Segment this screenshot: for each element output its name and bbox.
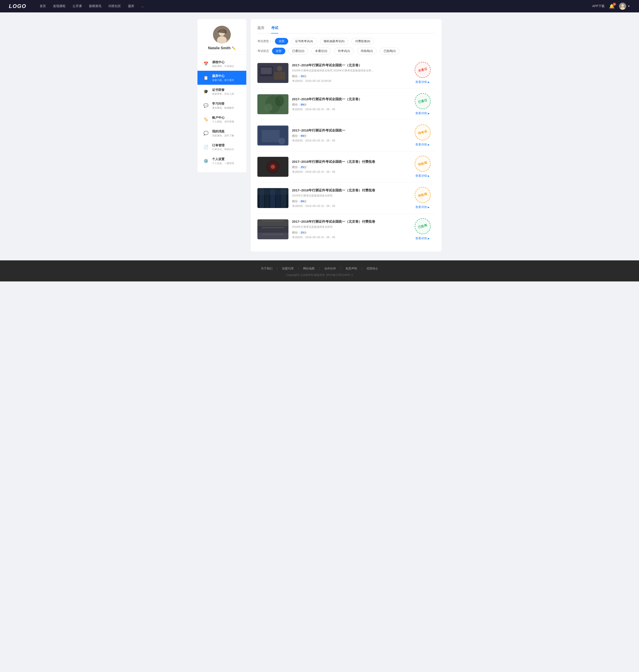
exam-detail-link-2[interactable]: 查看详情 ► [415, 111, 430, 115]
tab-question-bank[interactable]: 题库 [258, 26, 264, 33]
type-filter-row: 考试类型： 全部 证书类考试(4) 随机抽题考试(5) 付费批卷(6) [258, 38, 435, 45]
svg-rect-37 [262, 234, 284, 235]
status-filter-reviewed[interactable]: 已批阅(2) [380, 48, 400, 54]
exam-time-5: 考试时间：2019–05–03 10：09：09 [292, 204, 407, 208]
svg-rect-8 [261, 67, 272, 74]
exam-detail-link-6[interactable]: 查看详情 ► [415, 236, 430, 240]
exam-score-3: 得分：99分 [292, 134, 407, 138]
user-avatar-btn[interactable]: ▼ [619, 3, 630, 10]
footer: 关于我们 | 加盟代理 | 网站地图 | 合作伙伴 | 免责声明 | 招贤纳士 … [0, 260, 639, 282]
exam-item: 2017–2018年行测证件考试全国统一（北京卷）付费批卷 2018年行测考试是… [258, 214, 435, 245]
sidebar-menu: 📅 课程中心 精彩课程，不容错过 📋 题库中心 海量习题，助力通关 🎓 证书荣誉… [198, 57, 246, 168]
nav-home[interactable]: 首页 [40, 4, 46, 8]
type-filter-label: 考试类型： [258, 39, 272, 43]
main-container: 🏅 Natalie Smith ✏️ 📅 课程中心 精彩课程，不容错过 📋 题库… [198, 19, 441, 252]
status-filter-passed[interactable]: 已通过(2) [289, 48, 308, 54]
sidebar-item-settings[interactable]: ⚙️ 个人设置 个人信息、一键管理 [198, 154, 246, 168]
nav-courses[interactable]: 发现课程 [53, 4, 65, 8]
footer-link-disclaimer[interactable]: 免责声明 [345, 267, 357, 271]
exam-detail-link-4[interactable]: 查看详情 ► [415, 174, 430, 178]
sidebar-item-qa[interactable]: 💬 学习问答 课后重温、疑难解答 [198, 98, 246, 112]
status-filter-failed[interactable]: 未通过(2) [311, 48, 331, 54]
svg-point-13 [275, 95, 284, 107]
type-filter-all[interactable]: 全部 [275, 38, 288, 45]
exam-desc-1: 2018年行测考试是最值得多去研究 2018年行测考试是最值得多去研究 2018… [292, 69, 376, 73]
exam-item: 2017–2018年行测证件考试全国统一（北京卷）付费批卷 得分：25分 考试时… [258, 151, 435, 182]
svg-point-23 [272, 166, 274, 168]
app-download[interactable]: APP下载 [592, 4, 605, 8]
footer-link-sitemap[interactable]: 网站地图 [303, 267, 315, 271]
profile-edit-icon[interactable]: ✏️ [232, 46, 236, 50]
exam-detail-link-3[interactable]: 查看详情 ► [415, 143, 430, 147]
settings-sub: 个人信息、一键管理 [212, 162, 234, 165]
bell-icon[interactable]: 🔔 1 [609, 3, 614, 9]
nav-news[interactable]: 新闻资讯 [89, 4, 102, 8]
footer-link-about[interactable]: 关于我们 [261, 267, 272, 271]
exam-thumbnail-4 [258, 157, 289, 177]
qa-sub: 课后重温、疑难解答 [212, 106, 234, 109]
exam-thumbnail-1 [258, 63, 289, 83]
sidebar: 🏅 Natalie Smith ✏️ 📅 课程中心 精彩课程，不容错过 📋 题库… [198, 19, 246, 172]
sidebar-item-certificate[interactable]: 🎓 证书荣誉 收获荣誉，持证上岗 [198, 85, 246, 98]
status-filter-pending[interactable]: 待考试(2) [334, 48, 354, 54]
status-filter-all[interactable]: 全部 [272, 48, 285, 54]
exam-info-2: 2017–2018年行测证件考试全国统一（北京卷） 得分：99分 考试时间：20… [292, 97, 407, 111]
type-filter-random[interactable]: 随机抽题考试(5) [320, 38, 348, 45]
sidebar-profile: 🏅 Natalie Smith ✏️ [198, 26, 246, 55]
sidebar-item-orders[interactable]: 📄 订单管理 订单支出、明明白白 [198, 140, 246, 154]
bell-badge: 1 [613, 3, 616, 6]
exam-title-6: 2017–2018年行测证件考试全国统一（北京卷）付费批卷 [292, 220, 407, 224]
exam-info-5: 2017–2018年行测证件考试全国统一（北京卷）付费批卷 2018年行测考试是… [292, 188, 407, 208]
nav-open-courses[interactable]: 公开课 [73, 4, 82, 8]
exam-detail-link-5[interactable]: 查看详情 ► [415, 205, 430, 209]
exam-detail-link-1[interactable]: 查看详情 ► [415, 80, 430, 84]
exam-title-5: 2017–2018年行测证件考试全国统一（北京卷）付费批卷 [292, 188, 407, 192]
type-filter-paid[interactable]: 付费批卷(6) [352, 38, 374, 45]
sidebar-item-questionbank[interactable]: 📋 题库中心 海量习题，助力通关 [198, 71, 246, 84]
navbar-right: APP下载 🔔 1 ▼ [592, 3, 630, 10]
exam-title-1: 2017–2018年行测证件考试全国统一（北京卷） [292, 63, 407, 67]
exam-right-3: 待考试 查看详情 ► [410, 124, 435, 147]
tab-exam[interactable]: 考试 [271, 26, 278, 33]
exam-score-2: 得分：99分 [292, 103, 407, 107]
profile-name-row: Natalie Smith ✏️ [208, 46, 236, 50]
exam-desc-5: 2018年行测考试是最值得多去研究 [292, 194, 376, 197]
messages-title: 我的消息 [212, 129, 234, 133]
exam-thumbnail-3 [258, 126, 289, 145]
exam-time-1: 考试时间：2019–05–03 10:09:09 [292, 79, 407, 83]
orders-icon: 📄 [203, 144, 209, 150]
footer-link-jobs[interactable]: 招贤纳士 [367, 267, 378, 271]
content-area: 题库 考试 考试类型： 全部 证书类考试(4) 随机抽题考试(5) 付费批卷(6… [251, 19, 441, 252]
content-tabs: 题库 考试 [258, 26, 435, 33]
nav-more[interactable]: ... [141, 4, 144, 8]
exam-right-5: 待批阅 查看详情 ► [410, 187, 435, 209]
exam-right-4: 待批阅 查看详情 ► [410, 156, 435, 178]
footer-link-agent[interactable]: 加盟代理 [282, 267, 294, 271]
sidebar-item-messages[interactable]: 💭 我的消息 消息通知、及时了解 [198, 126, 246, 140]
sidebar-item-course[interactable]: 📅 课程中心 精彩课程，不容错过 [198, 57, 246, 71]
nav-qa[interactable]: 问答社区 [109, 4, 121, 8]
sidebar-item-account[interactable]: 🏷️ 账户中心 个人权益、实时掌握 [198, 112, 246, 126]
type-filter-cert[interactable]: 证书类考试(4) [291, 38, 317, 45]
avatar [619, 3, 626, 10]
exam-status-stamp-3: 待考试 [413, 123, 433, 142]
course-icon: 📅 [203, 61, 209, 67]
exam-desc-6: 2018年行测考试是最值得多去研究 [292, 225, 376, 229]
exam-thumbnail-2 [258, 94, 289, 114]
account-icon: 🏷️ [203, 116, 209, 123]
exam-status-stamp-6: 已批阅 [413, 217, 433, 236]
exam-title-3: 2017–2018年行测证件考试全国统一 [292, 128, 407, 133]
svg-rect-17 [262, 130, 280, 142]
nav-questions[interactable]: 题库 [128, 4, 134, 8]
qa-icon: 💬 [203, 102, 209, 109]
exam-time-3: 考试时间：2019–05–03 10：09：09 [292, 139, 407, 143]
svg-point-1 [621, 4, 624, 7]
status-filter-label: 考试状态 [258, 49, 269, 53]
exam-item: 2017–2018年行测证件考试全国统一 得分：99分 考试时间：2019–05… [258, 120, 435, 151]
status-filter-awaiting[interactable]: 待批阅(2) [357, 48, 377, 54]
questionbank-icon: 📋 [203, 75, 209, 81]
footer-link-partner[interactable]: 合作伙伴 [324, 267, 336, 271]
qa-title: 学习问答 [212, 101, 234, 106]
exam-time-2: 考试时间：2019–05–03 10：09：09 [292, 108, 407, 111]
exam-right-6: 已批阅 查看详情 ► [410, 218, 435, 240]
